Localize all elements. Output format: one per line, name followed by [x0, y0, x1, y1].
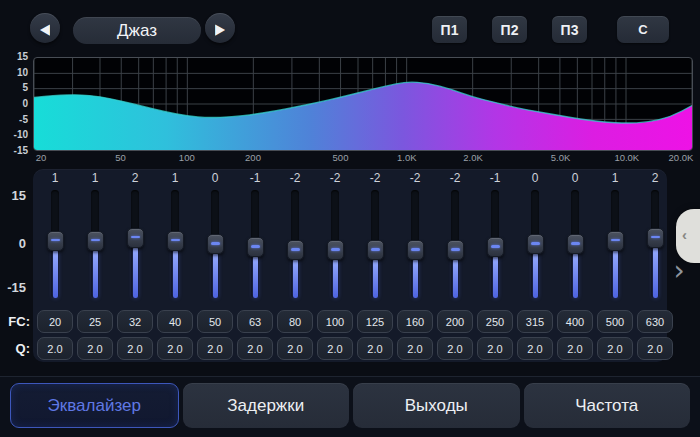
band-slider-thumb-25[interactable]: [87, 231, 104, 251]
band-slider-fill-200: [453, 259, 458, 298]
frequency-response-plot: [33, 57, 693, 151]
fc-row-label: FC:: [0, 314, 30, 329]
x-axis-label: 10.0K: [614, 152, 639, 163]
x-axis-label: 20.0K: [669, 152, 694, 163]
y-axis-label: -15: [0, 145, 28, 157]
band-slider-thumb-160[interactable]: [407, 240, 424, 260]
band-slider-thumb-63[interactable]: [247, 237, 264, 257]
equalizer-screen: { "header": { "preset_name": "Джаз", "pr…: [0, 0, 700, 437]
band-fc-button-40[interactable]: 40: [157, 310, 193, 333]
band-q-button-20[interactable]: 2.0: [37, 337, 73, 360]
x-axis-label: 500: [333, 152, 349, 163]
band-slider-fill-40: [173, 250, 178, 298]
band-gain-value-32: 2: [120, 171, 150, 185]
band-fc-button-500[interactable]: 500: [597, 310, 633, 333]
band-slider-fill-63: [253, 256, 258, 298]
band-fc-button-63[interactable]: 63: [237, 310, 273, 333]
y-axis-label: 10: [0, 67, 28, 79]
band-slider-thumb-80[interactable]: [287, 240, 304, 260]
band-fc-button-400[interactable]: 400: [557, 310, 593, 333]
band-slider-thumb-500[interactable]: [607, 231, 624, 251]
band-slider-fill-125: [373, 259, 378, 298]
band-slider-thumb-20[interactable]: [47, 231, 64, 251]
band-fc-button-315[interactable]: 315: [517, 310, 553, 333]
screen-edge-overlay-artifact: ‹: [676, 209, 700, 263]
tab-outputs[interactable]: Выходы: [353, 383, 520, 428]
band-fc-button-50[interactable]: 50: [197, 310, 233, 333]
memory-button-p1[interactable]: П1: [432, 16, 467, 43]
slider-scale-mid: 0: [0, 236, 26, 251]
band-fc-button-200[interactable]: 200: [437, 310, 473, 333]
preset-name-label: Джаз: [117, 21, 157, 41]
tab-equalizer[interactable]: Эквалайзер: [10, 383, 179, 428]
band-gain-value-80: -2: [280, 171, 310, 185]
band-fc-button-25[interactable]: 25: [77, 310, 113, 333]
band-q-button-80[interactable]: 2.0: [277, 337, 313, 360]
x-axis-label: 1.0K: [397, 152, 417, 163]
band-slider-fill-250: [493, 256, 498, 298]
band-fc-button-160[interactable]: 160: [397, 310, 433, 333]
band-q-button-63[interactable]: 2.0: [237, 337, 273, 360]
band-slider-thumb-315[interactable]: [527, 234, 544, 254]
band-q-button-200[interactable]: 2.0: [437, 337, 473, 360]
band-q-button-125[interactable]: 2.0: [357, 337, 393, 360]
preset-name[interactable]: Джаз: [73, 17, 201, 44]
band-slider-thumb-630[interactable]: [647, 228, 664, 248]
band-q-button-400[interactable]: 2.0: [557, 337, 593, 360]
bottom-tab-bar: ЭквалайзерЗадержкиВыходыЧастота: [0, 376, 700, 437]
slider-scale-max: 15: [0, 188, 26, 203]
band-fc-button-250[interactable]: 250: [477, 310, 513, 333]
band-q-button-40[interactable]: 2.0: [157, 337, 193, 360]
band-gain-value-160: -2: [400, 171, 430, 185]
band-slider-thumb-400[interactable]: [567, 234, 584, 254]
band-slider-thumb-200[interactable]: [447, 240, 464, 260]
band-q-button-315[interactable]: 2.0: [517, 337, 553, 360]
band-slider-fill-20: [53, 250, 58, 298]
band-slider-fill-50: [213, 253, 218, 298]
band-q-button-160[interactable]: 2.0: [397, 337, 433, 360]
chevron-left-icon: ‹: [682, 226, 687, 243]
preset-prev-button[interactable]: ◀: [30, 13, 60, 43]
band-gain-value-200: -2: [440, 171, 470, 185]
band-slider-fill-400: [573, 253, 578, 298]
reset-button[interactable]: C: [617, 16, 669, 43]
band-slider-thumb-50[interactable]: [207, 234, 224, 254]
band-gain-value-500: 1: [600, 171, 630, 185]
y-axis-label: -5: [0, 114, 28, 126]
memory-button-p3[interactable]: П3: [552, 16, 587, 43]
band-fc-button-125[interactable]: 125: [357, 310, 393, 333]
tab-frequency[interactable]: Частота: [524, 383, 691, 428]
band-fc-button-80[interactable]: 80: [277, 310, 313, 333]
band-fc-button-630[interactable]: 630: [637, 310, 673, 333]
eq-curve-svg: [34, 58, 692, 150]
band-fc-button-100[interactable]: 100: [317, 310, 353, 333]
band-q-button-100[interactable]: 2.0: [317, 337, 353, 360]
band-fc-button-32[interactable]: 32: [117, 310, 153, 333]
band-q-button-32[interactable]: 2.0: [117, 337, 153, 360]
band-gain-value-63: -1: [240, 171, 270, 185]
band-q-button-500[interactable]: 2.0: [597, 337, 633, 360]
memory-button-p2[interactable]: П2: [492, 16, 527, 43]
arrow-left-icon: ◀: [40, 21, 50, 36]
band-q-button-250[interactable]: 2.0: [477, 337, 513, 360]
band-q-button-25[interactable]: 2.0: [77, 337, 113, 360]
x-axis-label: 20: [36, 152, 47, 163]
x-axis-label: 5.0K: [551, 152, 571, 163]
band-slider-thumb-125[interactable]: [367, 240, 384, 260]
band-slider-thumb-32[interactable]: [127, 228, 144, 248]
preset-next-button[interactable]: ▶: [205, 13, 235, 43]
q-row-label: Q:: [0, 341, 30, 356]
band-gain-value-50: 0: [200, 171, 230, 185]
band-slider-thumb-250[interactable]: [487, 237, 504, 257]
x-axis-label: 100: [179, 152, 195, 163]
band-gain-value-400: 0: [560, 171, 590, 185]
band-fc-button-20[interactable]: 20: [37, 310, 73, 333]
band-slider-thumb-40[interactable]: [167, 231, 184, 251]
band-gain-value-25: 1: [80, 171, 110, 185]
band-slider-fill-100: [333, 259, 338, 298]
band-slider-thumb-100[interactable]: [327, 240, 344, 260]
band-q-button-630[interactable]: 2.0: [637, 337, 673, 360]
tab-delays[interactable]: Задержки: [183, 383, 350, 428]
band-gain-value-125: -2: [360, 171, 390, 185]
band-q-button-50[interactable]: 2.0: [197, 337, 233, 360]
